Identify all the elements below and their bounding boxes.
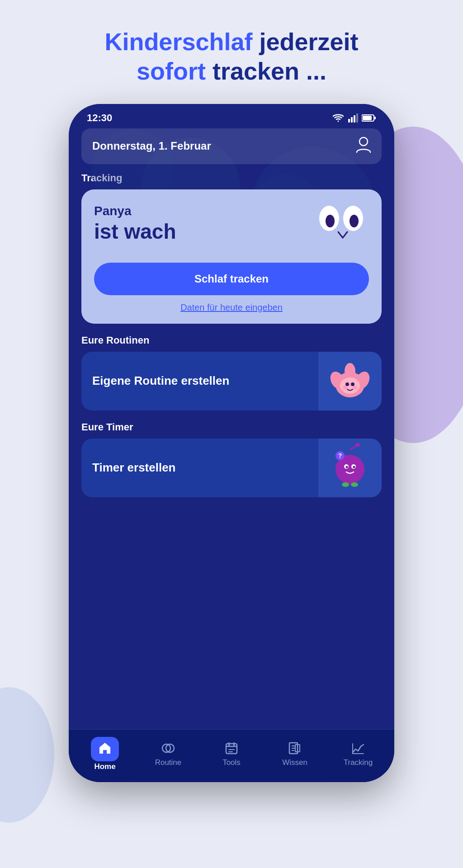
nav-tools-label: Tools bbox=[222, 758, 241, 767]
home-icon bbox=[98, 741, 112, 755]
timer-card[interactable]: Timer erstellen bbox=[81, 439, 382, 497]
svg-rect-36 bbox=[233, 742, 235, 746]
profile-icon[interactable] bbox=[356, 137, 371, 156]
svg-point-10 bbox=[326, 215, 335, 227]
nav-item-routine[interactable]: Routine bbox=[148, 741, 189, 767]
nav-item-wissen[interactable]: Wissen bbox=[274, 741, 315, 767]
svg-point-20 bbox=[353, 386, 357, 389]
nav-wissen-label: Wissen bbox=[282, 758, 307, 767]
tracking-card: Panya ist wach bbox=[81, 189, 382, 324]
bg-blue-decoration bbox=[0, 687, 54, 823]
status-time: 12:30 bbox=[87, 112, 112, 124]
svg-point-11 bbox=[350, 215, 359, 227]
page-title: Kinderschlaf jederzeit sofort tracken ..… bbox=[0, 0, 463, 104]
routine-icon bbox=[161, 741, 175, 755]
character-face bbox=[310, 199, 369, 249]
tools-icon bbox=[224, 741, 239, 755]
phone-scroll-area: Tracking Panya ist wach bbox=[69, 170, 394, 729]
svg-rect-1 bbox=[351, 117, 353, 123]
timer-card-text: Timer erstellen bbox=[81, 439, 318, 497]
routine-card[interactable]: Eigene Routine erstellen bbox=[81, 352, 382, 410]
tracking-icon bbox=[351, 741, 365, 755]
data-enter-link[interactable]: Daten für heute eingeben bbox=[94, 302, 369, 313]
bottom-nav: Home Routine Tools bbox=[69, 729, 394, 782]
svg-rect-35 bbox=[228, 742, 230, 746]
routine-card-image bbox=[318, 352, 382, 410]
status-icons bbox=[332, 113, 376, 123]
svg-point-18 bbox=[351, 382, 354, 386]
svg-point-27 bbox=[353, 466, 355, 468]
nav-home-label: Home bbox=[94, 762, 115, 771]
nav-item-tracking[interactable]: Tracking bbox=[338, 741, 378, 767]
nav-home-bg bbox=[91, 737, 119, 761]
svg-point-7 bbox=[359, 137, 368, 146]
timer-character: ? bbox=[327, 443, 373, 493]
svg-point-19 bbox=[343, 386, 347, 389]
wissen-icon bbox=[288, 741, 302, 755]
child-name: Panya bbox=[94, 204, 310, 218]
child-state: ist wach bbox=[94, 220, 310, 243]
nav-item-tools[interactable]: Tools bbox=[211, 741, 252, 767]
routines-section-label: Eure Routinen bbox=[81, 335, 382, 346]
svg-point-28 bbox=[342, 482, 349, 487]
nav-item-home[interactable]: Home bbox=[85, 737, 125, 771]
date-display: Donnerstag, 1. Februar bbox=[92, 140, 211, 152]
svg-point-26 bbox=[346, 466, 348, 468]
battery-icon bbox=[362, 114, 376, 122]
svg-point-16 bbox=[340, 377, 360, 394]
svg-point-29 bbox=[351, 482, 358, 487]
svg-rect-6 bbox=[363, 116, 372, 120]
wifi-icon bbox=[332, 113, 345, 123]
svg-text:?: ? bbox=[338, 452, 342, 459]
app-header: Donnerstag, 1. Februar bbox=[81, 128, 382, 164]
svg-point-17 bbox=[345, 382, 349, 386]
child-status: Panya ist wach bbox=[94, 204, 310, 243]
timer-section-label: Eure Timer bbox=[81, 421, 382, 433]
svg-rect-3 bbox=[356, 113, 358, 123]
routine-card-text: Eigene Routine erstellen bbox=[81, 352, 318, 410]
status-bar: 12:30 bbox=[69, 104, 394, 128]
svg-rect-2 bbox=[354, 115, 355, 123]
timer-card-image: ? bbox=[318, 439, 382, 497]
phone-frame: 12:30 bbox=[69, 104, 394, 782]
svg-rect-0 bbox=[348, 119, 350, 123]
sleep-track-button[interactable]: Schlaf tracken bbox=[94, 263, 369, 295]
shell-character bbox=[327, 359, 373, 404]
signal-icon bbox=[348, 113, 358, 123]
nav-routine-label: Routine bbox=[155, 758, 182, 767]
nav-tracking-label: Tracking bbox=[344, 758, 373, 767]
svg-rect-5 bbox=[374, 117, 376, 119]
svg-point-15 bbox=[345, 363, 355, 379]
